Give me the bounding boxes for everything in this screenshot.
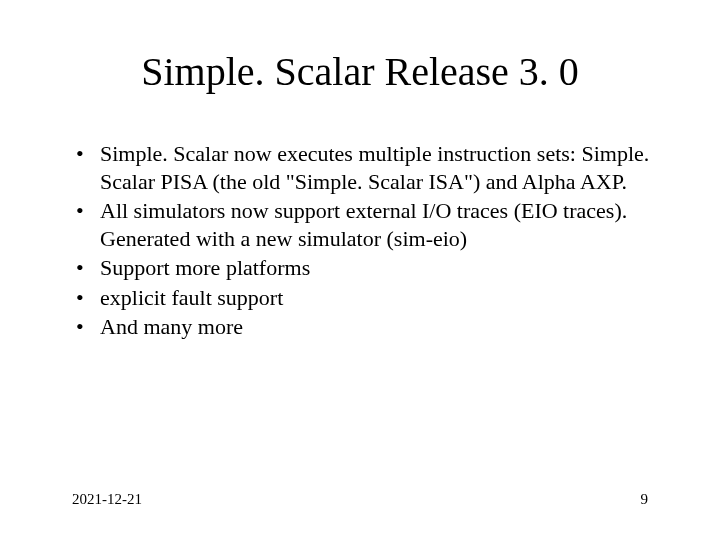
bullet-list: Simple. Scalar now executes multiple ins…: [72, 140, 662, 341]
list-item: All simulators now support external I/O …: [72, 197, 662, 252]
list-item: Support more platforms: [72, 254, 662, 282]
footer-date: 2021-12-21: [72, 491, 142, 508]
list-item: Simple. Scalar now executes multiple ins…: [72, 140, 662, 195]
footer-page-number: 9: [641, 491, 649, 508]
slide-title: Simple. Scalar Release 3. 0: [0, 48, 720, 95]
slide: Simple. Scalar Release 3. 0 Simple. Scal…: [0, 0, 720, 540]
slide-body: Simple. Scalar now executes multiple ins…: [72, 140, 662, 343]
list-item: explicit fault support: [72, 284, 662, 312]
list-item: And many more: [72, 313, 662, 341]
